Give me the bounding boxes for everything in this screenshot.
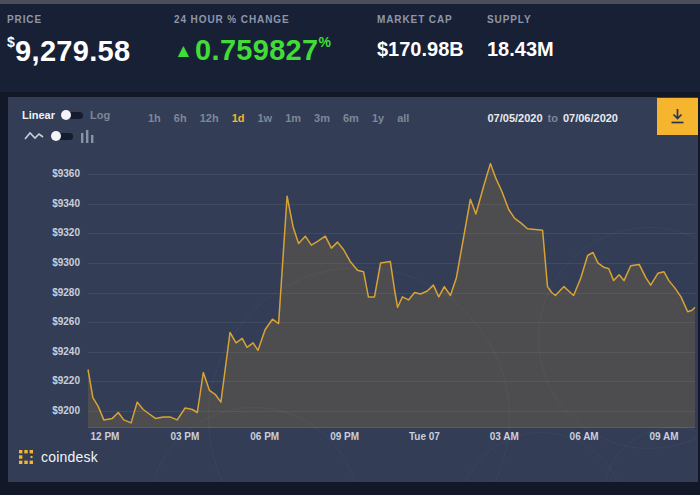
change-stat: 24 HOUR % CHANGE ▲0.759827% — [174, 14, 331, 67]
price-stat: PRICE $9,279.58 — [7, 14, 130, 68]
coindesk-logo-text: coindesk — [41, 449, 98, 465]
supply-stat: SUPPLY 18.43M — [487, 14, 554, 61]
chart-panel: Linear Log 1h6h12h1d1w1m3m6m1yall 07/05/… — [8, 97, 698, 482]
chart-area-fill — [88, 164, 695, 427]
stats-header: PRICE $9,279.58 24 HOUR % CHANGE ▲0.7598… — [0, 4, 700, 92]
price-line-chart[interactable] — [8, 97, 698, 482]
supply-value: 18.43M — [487, 38, 554, 61]
supply-label: SUPPLY — [487, 14, 554, 25]
currency-symbol: $ — [7, 34, 15, 50]
price-value: $9,279.58 — [7, 34, 130, 68]
marketcap-label: MARKET CAP — [377, 14, 464, 25]
up-arrow-icon: ▲ — [174, 40, 193, 61]
marketcap-stat: MARKET CAP $170.98B — [377, 14, 464, 61]
coindesk-logo[interactable]: coindesk — [19, 449, 98, 465]
coindesk-logo-icon — [19, 450, 34, 465]
percent-symbol: % — [318, 34, 331, 50]
price-label: PRICE — [7, 14, 130, 25]
change-value: ▲0.759827% — [174, 34, 331, 67]
marketcap-value: $170.98B — [377, 38, 464, 61]
change-label: 24 HOUR % CHANGE — [174, 14, 331, 25]
